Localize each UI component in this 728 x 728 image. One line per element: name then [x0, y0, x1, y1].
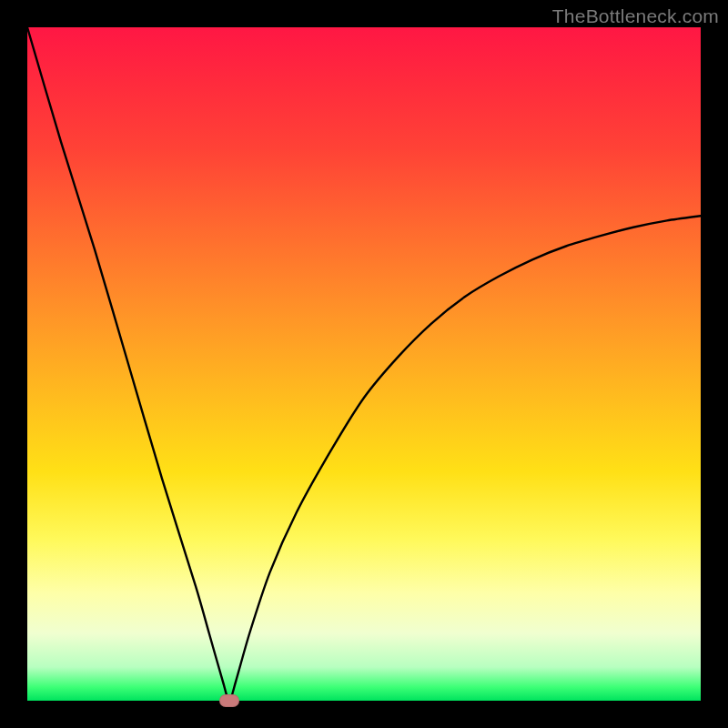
- watermark-text: TheBottleneck.com: [552, 5, 719, 27]
- chart-frame: TheBottleneck.com: [0, 0, 728, 728]
- optimal-point-marker: [219, 694, 239, 707]
- curve-layer: [27, 27, 701, 701]
- bottleneck-curve: [27, 27, 701, 701]
- plot-area: [27, 27, 701, 701]
